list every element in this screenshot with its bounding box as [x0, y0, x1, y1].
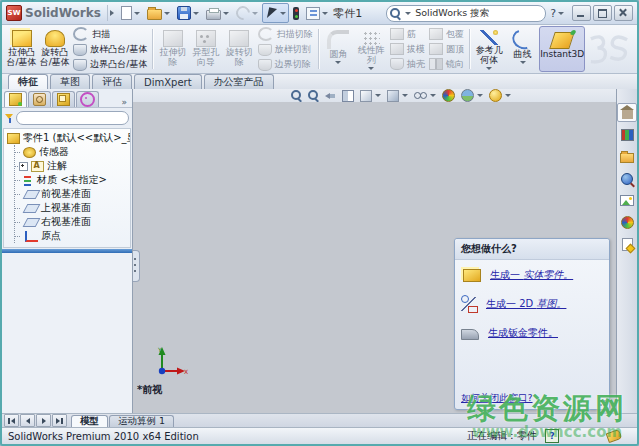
reference-geometry-button[interactable]: 参考几何体 — [473, 26, 506, 72]
zoom-to-fit-button[interactable] — [291, 90, 302, 101]
options-button[interactable] — [303, 3, 331, 23]
scroll-last-button[interactable] — [52, 414, 67, 427]
tree-item-plane[interactable]: 右视基准面 — [15, 215, 130, 229]
fillet-dropdown-icon[interactable] — [335, 61, 341, 64]
open-button[interactable] — [144, 3, 173, 23]
help-button[interactable]: ? — [548, 7, 566, 20]
hide-show-items-button[interactable] — [414, 91, 436, 100]
sweep-button[interactable]: 扫描 — [73, 27, 147, 41]
scroll-first-button[interactable] — [4, 414, 19, 427]
view-settings-dropdown-icon[interactable] — [505, 94, 511, 97]
extrude-cut-button[interactable]: 拉伸切除 — [156, 26, 189, 72]
expander-icon[interactable] — [19, 162, 28, 171]
view-settings-button[interactable] — [489, 89, 511, 102]
save-dropdown-icon[interactable] — [193, 12, 199, 15]
doc-tab-运动算例 1[interactable]: 运动算例 1 — [109, 415, 174, 427]
panel-collapse-handle[interactable] — [133, 250, 140, 282]
dome-button[interactable]: 圆顶 — [429, 43, 464, 56]
tree-root-item[interactable]: 零件1 (默认<<默认>_显示状 — [7, 131, 130, 145]
tree-item-sensors[interactable]: 传感器 — [15, 145, 130, 159]
quick-tips-toggle-icon[interactable]: ? — [545, 429, 559, 443]
close-button[interactable] — [614, 5, 633, 21]
wrap-button[interactable]: 包覆 — [429, 28, 464, 41]
filter-input[interactable] — [16, 111, 129, 125]
select-dropdown-icon[interactable] — [280, 12, 286, 15]
apply-scene-button[interactable] — [461, 89, 483, 102]
tab-dimxpertmanager[interactable] — [76, 91, 99, 107]
tab-propertymanager[interactable] — [28, 91, 51, 107]
view-orientation-dropdown-icon[interactable] — [375, 94, 381, 97]
instant3d-button[interactable]: Instant3D — [539, 26, 585, 72]
menu-flyout-button[interactable] — [107, 5, 116, 21]
tags-icon[interactable] — [606, 429, 623, 443]
undo-dropdown-icon[interactable] — [252, 12, 258, 15]
loft-cut-button[interactable]: 放样切割 — [258, 43, 313, 56]
tree-item-material[interactable]: 材质 <未指定> — [15, 173, 130, 187]
search-input[interactable] — [413, 7, 539, 20]
tree-item-annotations[interactable]: 注解 — [15, 159, 130, 173]
maximize-button[interactable] — [593, 5, 612, 21]
mirror-button[interactable]: 镜向 — [429, 58, 464, 71]
print-dropdown-icon[interactable] — [223, 12, 229, 15]
zoom-to-area-button[interactable] — [308, 90, 319, 101]
hole-wizard-button[interactable]: 异型孔向导 — [189, 26, 222, 72]
tab-DimXpert[interactable]: DimXpert — [134, 74, 202, 89]
tab-特征[interactable]: 特征 — [8, 74, 48, 89]
boundary-cut-button[interactable]: 边界切除 — [258, 58, 313, 71]
rib-button[interactable]: 筋 — [390, 28, 425, 41]
tree-item-origin[interactable]: 原点 — [15, 229, 130, 243]
revolve-cut-button[interactable]: 旋转切除 — [223, 26, 256, 72]
select-button[interactable] — [262, 3, 289, 23]
search-box[interactable] — [386, 5, 546, 22]
doc-tab-模型[interactable]: 模型 — [71, 415, 108, 427]
edit-appearance-button[interactable] — [442, 89, 455, 102]
hide-show-items-dropdown-icon[interactable] — [430, 94, 436, 97]
minimize-button[interactable] — [572, 5, 591, 21]
search-tab[interactable] — [617, 169, 637, 188]
appearances-scenes-tab[interactable] — [617, 213, 637, 232]
new-document-dropdown-icon[interactable] — [134, 12, 140, 15]
graphics-area[interactable]: Y X *前视 您想做什么? 生成一 实体零件。生成一 2D 草图。生成钣金零件… — [133, 102, 616, 413]
close-window-link[interactable]: 如何关闭此窗口? — [455, 390, 609, 409]
more-tabs-chevron[interactable]: » — [118, 97, 130, 107]
tree-item-plane[interactable]: 上视基准面 — [15, 201, 130, 215]
solidworks-resources-tab[interactable] — [617, 103, 637, 122]
display-style-button[interactable] — [387, 90, 408, 102]
fillet-button[interactable]: 圆角 — [322, 26, 355, 72]
scroll-prev-button[interactable] — [20, 414, 35, 427]
print-button[interactable] — [203, 3, 232, 23]
scroll-next-button[interactable] — [36, 414, 51, 427]
save-button[interactable] — [174, 3, 202, 23]
tab-featuremanager[interactable] — [4, 91, 27, 107]
tab-草图[interactable]: 草图 — [50, 74, 90, 89]
rebuild-button[interactable] — [290, 3, 302, 23]
sweep-cut-button[interactable]: 扫描切除 — [258, 27, 313, 41]
loft-boss-button[interactable]: 放样凸台/基体 — [73, 43, 147, 56]
boundary-boss-button[interactable]: 边界凸台/基体 — [73, 58, 147, 71]
new-document-button[interactable] — [118, 3, 143, 23]
tab-办公室产品[interactable]: 办公室产品 — [204, 74, 274, 89]
search-dropdown-icon[interactable] — [405, 12, 411, 15]
view-palette-tab[interactable] — [617, 191, 637, 210]
previous-view-button[interactable] — [325, 90, 336, 101]
revolve-boss-button[interactable]: 旋转凸台/基体 — [38, 26, 71, 72]
curves-dropdown-icon[interactable] — [520, 61, 526, 64]
design-library-tab[interactable] — [617, 125, 637, 144]
view-orientation-button[interactable] — [360, 90, 381, 102]
apply-scene-dropdown-icon[interactable] — [477, 94, 483, 97]
tab-configurationmanager[interactable] — [52, 91, 75, 107]
help-dropdown-icon[interactable] — [558, 12, 564, 15]
solid-part-link[interactable]: 生成一 实体零件。 — [490, 268, 573, 282]
resize-grip-icon[interactable] — [599, 399, 607, 407]
custom-properties-tab[interactable] — [617, 235, 637, 254]
extrude-boss-button[interactable]: 拉伸凸台/基体 — [5, 26, 38, 72]
section-view-button[interactable] — [342, 90, 354, 102]
file-explorer-tab[interactable] — [617, 147, 637, 166]
reference-geometry-dropdown-icon[interactable] — [486, 67, 492, 70]
tab-评估[interactable]: 评估 — [92, 74, 132, 89]
curves-button[interactable]: 曲线 — [506, 26, 539, 72]
open-dropdown-icon[interactable] — [164, 12, 170, 15]
linear-pattern-button[interactable]: 线性阵列 — [355, 26, 388, 72]
tree-item-plane[interactable]: 前视基准面 — [15, 187, 130, 201]
undo-button[interactable] — [233, 3, 261, 23]
